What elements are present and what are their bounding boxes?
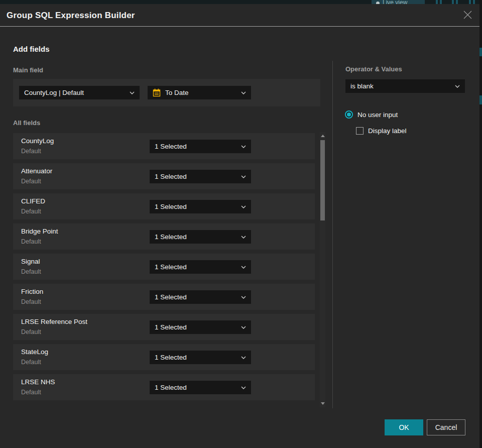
chevron-down-icon [241,266,246,269]
background-toolbar-icon [456,0,458,4]
field-subtitle: Default [21,359,41,366]
operator-values-label: Operator & Values [345,65,402,73]
background-toolbar-icon [436,0,438,4]
field-name: Attenuator [21,167,52,175]
field-row: CLIFED Default 1 Selected [13,193,315,219]
live-view-toggle: Live view [372,0,425,4]
field-selected-dropdown[interactable]: 1 Selected [150,140,251,153]
cancel-button[interactable]: Cancel [427,419,465,435]
field-selected-dropdown[interactable]: 1 Selected [150,170,251,183]
field-selected-value: 1 Selected [155,323,238,331]
field-selected-value: 1 Selected [155,263,238,271]
close-icon [463,11,472,21]
field-selected-value: 1 Selected [155,173,238,180]
field-row: Friction Default 1 Selected [13,284,315,310]
main-field-dropdown[interactable]: CountyLog | Default [19,86,140,99]
no-user-input-radio-row[interactable]: No user input [345,110,398,119]
no-user-input-label[interactable]: No user input [357,111,398,119]
field-name: StateLog [21,348,48,356]
field-selected-dropdown[interactable]: 1 Selected [150,290,251,304]
field-subtitle: Default [21,178,41,185]
display-label-label[interactable]: Display label [368,127,407,135]
field-selected-value: 1 Selected [155,203,238,210]
scrollbar-thumb[interactable] [320,140,325,220]
chevron-down-icon [241,175,246,178]
field-selected-dropdown[interactable]: 1 Selected [150,260,251,274]
field-selected-dropdown[interactable]: 1 Selected [150,351,251,364]
field-row: StateLog Default 1 Selected [13,344,315,370]
field-name: LRSE Reference Post [21,318,87,325]
chevron-down-icon [241,205,246,208]
add-fields-heading: Add fields [13,45,50,53]
chevron-down-icon [241,296,246,299]
field-subtitle: Default [21,268,41,275]
field-name: Bridge Point [21,228,58,235]
live-view-label: Live view [383,0,407,4]
field-selected-dropdown[interactable]: 1 Selected [150,200,251,213]
field-selected-value: 1 Selected [155,293,238,301]
date-field-dropdown-value: To Date [165,89,238,96]
field-name: Signal [21,258,40,265]
field-selected-dropdown[interactable]: 1 Selected [150,230,251,244]
display-label-checkbox-row[interactable]: Display label [356,127,407,135]
field-subtitle: Default [21,389,41,396]
field-selected-value: 1 Selected [155,384,238,391]
operator-dropdown[interactable]: is blank [345,79,465,93]
dialog-title: Group SQL Expression Builder [7,4,135,27]
field-selected-value: 1 Selected [155,233,238,241]
close-button[interactable] [462,11,472,21]
field-row: Signal Default 1 Selected [13,254,315,280]
chevron-down-icon [241,91,246,94]
field-row: Bridge Point Default 1 Selected [13,223,315,250]
scrollbar-down-icon[interactable] [321,402,325,405]
field-selected-value: 1 Selected [155,354,238,361]
field-selected-dropdown[interactable]: 1 Selected [150,381,251,394]
chevron-down-icon [241,145,246,148]
background-toolbar-icon [473,0,475,4]
screen: Live view Group SQL Expression Builder A… [0,0,482,448]
chevron-down-icon [241,386,246,389]
main-field-dropdown-value: CountyLog | Default [24,89,127,96]
field-subtitle: Default [21,298,41,305]
background-toolbar-icon [452,0,454,4]
field-name: CLIFED [21,197,45,205]
field-row: LRSE Reference Post Default 1 Selected [13,314,315,340]
date-field-dropdown[interactable]: To Date [148,86,251,99]
radio-dot [347,113,351,117]
field-subtitle: Default [21,148,41,155]
ok-button[interactable]: OK [385,419,423,435]
field-selected-dropdown[interactable]: 1 Selected [150,320,251,334]
field-row: CountyLog Default 1 Selected [13,133,315,159]
field-subtitle: Default [21,328,41,335]
background-right-edge [479,0,482,448]
all-fields-label: All fields [13,119,40,127]
calendar-icon [153,88,161,97]
field-subtitle: Default [21,238,41,245]
field-name: Friction [21,288,43,295]
field-name: LRSE NHS [21,378,55,386]
field-row: LRSE NHS Default 1 Selected [13,374,315,400]
main-field-panel: CountyLog | Default To Date [13,79,320,106]
chevron-down-icon [241,326,246,329]
chevron-down-icon [455,85,460,88]
background-toolbar-icon [469,0,471,4]
field-subtitle: Default [21,208,41,215]
background-toolbar-strip: Live view [0,0,482,4]
operator-dropdown-value: is blank [350,82,452,90]
panel-divider [332,61,333,408]
scrollbar-up-icon[interactable] [321,135,325,137]
checkbox[interactable] [356,127,364,135]
chevron-down-icon [241,356,246,359]
all-fields-list: CountyLog Default 1 Selected Attenuator … [13,133,315,404]
background-accent [479,95,482,104]
field-row: Attenuator Default 1 Selected [13,163,315,189]
chevron-down-icon [241,236,246,239]
main-field-label: Main field [13,66,43,74]
radio-button[interactable] [345,110,353,119]
background-accent [479,48,482,56]
group-sql-expression-builder-dialog: Group SQL Expression Builder Add fields … [0,4,479,448]
dialog-title-bar: Group SQL Expression Builder [0,4,479,27]
chevron-down-icon [130,91,135,94]
all-fields-scrollbar[interactable] [320,132,325,407]
background-toolbar-icon [440,0,442,4]
